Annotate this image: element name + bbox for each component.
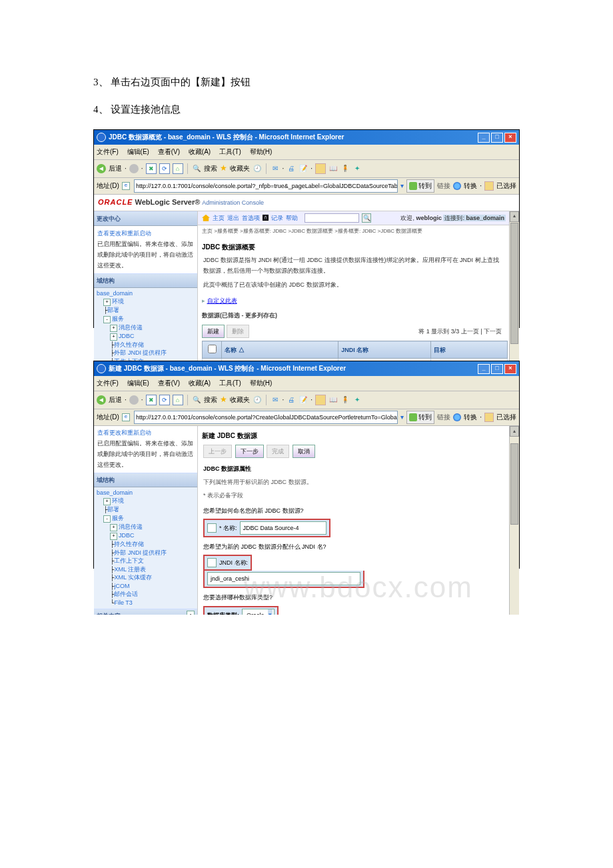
search-icon[interactable]: 🔍 bbox=[362, 213, 371, 223]
tree-env[interactable]: 环境 bbox=[112, 298, 124, 305]
research-icon[interactable]: 📖 bbox=[328, 395, 338, 405]
expand-icon[interactable]: + bbox=[103, 299, 111, 306]
stop-button[interactable]: ✖ bbox=[146, 163, 157, 174]
col-jndi[interactable]: JNDI 名称 bbox=[338, 341, 431, 359]
menu-help[interactable]: 帮助(H) bbox=[250, 148, 273, 155]
toolbar-home[interactable]: 主页 bbox=[213, 213, 225, 223]
stop-button[interactable]: ✖ bbox=[146, 395, 157, 405]
close-button[interactable]: × bbox=[504, 364, 516, 374]
tree-deploy[interactable]: 部署 bbox=[107, 506, 119, 513]
tree-jdbc[interactable]: JDBC bbox=[119, 333, 135, 339]
tree-root[interactable]: base_domain bbox=[97, 489, 133, 496]
go-button[interactable]: 转到 bbox=[406, 179, 434, 193]
menu-file[interactable]: 文件(F) bbox=[97, 379, 119, 387]
minimize-button[interactable]: _ bbox=[478, 364, 490, 374]
extra-icon[interactable]: ✦ bbox=[352, 395, 362, 405]
new-button[interactable]: 新建 bbox=[202, 325, 225, 338]
mail-icon[interactable]: ✉ bbox=[271, 395, 280, 405]
menu-view[interactable]: 查看(V) bbox=[158, 148, 180, 155]
vertical-scrollbar[interactable]: ▴ ▾ bbox=[509, 426, 519, 615]
toolbar-pref[interactable]: 首选项 bbox=[242, 213, 260, 223]
favorites-label[interactable]: 收藏夹 bbox=[230, 163, 250, 175]
jndi-input[interactable]: jndi_ora_ceshi bbox=[207, 572, 360, 585]
print-icon[interactable]: 🖨 bbox=[287, 164, 296, 173]
tree-deploy[interactable]: 部署 bbox=[107, 307, 119, 313]
tree-root[interactable]: base_domain bbox=[97, 290, 133, 297]
toolbar-record[interactable]: 记录 bbox=[271, 213, 283, 223]
col-check[interactable] bbox=[203, 341, 222, 359]
view-changes-link[interactable]: 查看更改和重新启动 bbox=[97, 230, 151, 237]
tree-msg[interactable]: 消息传递 bbox=[119, 523, 143, 530]
favorites-label[interactable]: 收藏夹 bbox=[230, 394, 250, 406]
menu-file[interactable]: 文件(F) bbox=[97, 148, 119, 155]
tree-jcom[interactable]: jCOM bbox=[114, 583, 129, 589]
tree-xmle[interactable]: XML 实体缓存 bbox=[114, 574, 152, 581]
minimize-button[interactable]: _ bbox=[478, 133, 490, 143]
finish-button[interactable]: 完成 bbox=[267, 445, 289, 458]
home-button[interactable]: ⌂ bbox=[173, 395, 183, 405]
cancel-button[interactable]: 取消 bbox=[293, 445, 315, 458]
menu-edit[interactable]: 编辑(E) bbox=[127, 148, 149, 155]
tree-msg[interactable]: 消息传递 bbox=[119, 324, 143, 331]
maximize-button[interactable]: □ bbox=[491, 364, 503, 374]
name-input[interactable]: JDBC Data Source-4 bbox=[240, 521, 326, 535]
next-button[interactable]: 下一步 bbox=[235, 445, 264, 458]
menu-tools[interactable]: 工具(T) bbox=[219, 379, 241, 387]
research-icon[interactable]: 📖 bbox=[328, 164, 338, 173]
tree-filet3[interactable]: File T3 bbox=[114, 599, 132, 606]
refresh-button[interactable]: ⟳ bbox=[159, 163, 170, 174]
tree-work[interactable]: 工作上下文 bbox=[114, 557, 144, 564]
back-button[interactable]: ◄ bbox=[97, 164, 106, 173]
check-all[interactable] bbox=[208, 345, 217, 353]
search-label[interactable]: 搜索 bbox=[204, 163, 217, 175]
close-button[interactable]: × bbox=[504, 133, 516, 143]
col-target[interactable]: 目标 bbox=[430, 341, 507, 359]
delete-button[interactable]: 删除 bbox=[227, 325, 249, 338]
forward-button[interactable] bbox=[129, 164, 139, 173]
forward-button[interactable] bbox=[129, 395, 139, 405]
maximize-button[interactable]: □ bbox=[491, 133, 503, 143]
search-label[interactable]: 搜索 bbox=[204, 394, 217, 406]
tree-persist[interactable]: 持久性存储 bbox=[114, 341, 144, 348]
dbtype-select[interactable]: Oracle bbox=[242, 609, 275, 615]
back-button[interactable]: 上一步 bbox=[203, 445, 232, 458]
tree-jndi[interactable]: 外部 JNDI 提供程序 bbox=[114, 349, 167, 356]
tree-services[interactable]: 服务 bbox=[112, 515, 124, 521]
view-changes-link[interactable]: 查看更改和重新启动 bbox=[97, 429, 151, 436]
go-button[interactable]: 转到 bbox=[406, 411, 434, 424]
history-icon[interactable]: 🕘 bbox=[253, 395, 262, 405]
tree-xmlr[interactable]: XML 注册表 bbox=[114, 566, 146, 573]
menu-view[interactable]: 查看(V) bbox=[158, 379, 180, 387]
tree-services[interactable]: 服务 bbox=[112, 315, 124, 322]
menu-edit[interactable]: 编辑(E) bbox=[127, 379, 149, 387]
refresh-button[interactable]: ⟳ bbox=[159, 395, 170, 405]
select-label[interactable]: 已选择 bbox=[496, 411, 516, 423]
toolbar-help[interactable]: 帮助 bbox=[286, 213, 298, 223]
scroll-up-icon[interactable]: ▴ bbox=[510, 426, 519, 437]
col-name[interactable]: 名称 △ bbox=[222, 341, 338, 359]
help-icon[interactable] bbox=[207, 558, 217, 567]
menu-fav[interactable]: 收藏(A) bbox=[189, 379, 211, 387]
url-input[interactable]: http://127.0.0.1:7001/console/console.po… bbox=[134, 179, 398, 193]
tree-jdbc[interactable]: JDBC bbox=[119, 532, 135, 539]
edit-icon[interactable]: 📝 bbox=[299, 395, 308, 405]
home-button[interactable]: ⌂ bbox=[173, 163, 183, 174]
menu-fav[interactable]: 收藏(A) bbox=[189, 148, 211, 155]
messenger-icon[interactable]: 🧍 bbox=[340, 164, 350, 173]
customize-table-link[interactable]: 自定义此表 bbox=[207, 297, 237, 304]
toolbar-logout[interactable]: 退出 bbox=[227, 213, 239, 223]
messenger-icon[interactable]: 🧍 bbox=[340, 395, 350, 405]
menu-help[interactable]: 帮助(H) bbox=[250, 379, 273, 387]
expand-icon[interactable]: - bbox=[103, 316, 111, 323]
select-label[interactable]: 已选择 bbox=[496, 180, 516, 192]
expand-icon[interactable]: + bbox=[110, 325, 117, 332]
console-search-input[interactable] bbox=[305, 213, 359, 223]
mail-icon[interactable]: ✉ bbox=[271, 164, 280, 173]
swap-label[interactable]: 转换 bbox=[464, 411, 477, 423]
tree-jndi[interactable]: 外部 JNDI 提供程序 bbox=[114, 549, 167, 556]
tree-persist[interactable]: 持久性存储 bbox=[114, 541, 144, 547]
help-icon[interactable] bbox=[207, 523, 217, 533]
scroll-up-icon[interactable]: ▴ bbox=[510, 211, 519, 222]
url-dropdown-icon[interactable]: ▾ bbox=[400, 180, 404, 192]
folder-icon[interactable] bbox=[315, 163, 326, 174]
